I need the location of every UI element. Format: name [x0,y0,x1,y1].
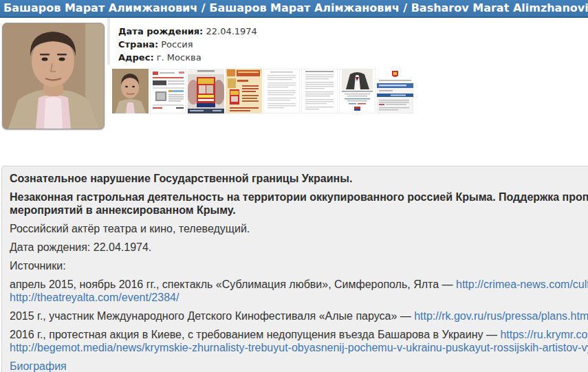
dossier-panel: Сознательное нарушение Государственной г… [1,166,588,372]
evidence-thumbnail-2[interactable] [150,69,186,113]
evidence-thumbnail-4[interactable] [226,69,262,113]
field-label: Адрес: [118,52,154,63]
biography-link[interactable]: Биография [10,360,67,372]
profile-section: Дата рождения: 22.04.1974 Страна: Россия… [0,18,588,140]
person-description: Российский актёр театра и кино, телеведу… [10,222,588,235]
source-1-link[interactable]: http://crimea-news.com/culture/2015 [456,278,588,290]
info-field-address: Адрес: г. Москва [118,51,588,64]
source-3-link-2[interactable]: http://begemot.media/news/krymskie-zhurn… [10,342,588,353]
source-2-link[interactable]: http://rk.gov.ru/rus/pressa/plans.htm/ar… [414,310,588,322]
source-entry-1-continued: http://theatreyalta.com/event/2384/ [10,291,588,304]
source-2-text: 2015 г., участник Международного Детског… [10,310,414,322]
field-label: Страна: [118,39,158,50]
source-entry-3-continued: http://begemot.media/news/krymskie-zhurn… [10,341,588,354]
person-name-header: Башаров Марат Алимжанович / Башаров Мара… [0,0,588,18]
source-3-text: 2016 г., протестная акция в Киеве, с тре… [10,329,500,340]
accusation-details-line1: Незаконная гастрольная деятельность на т… [10,190,588,204]
field-value: 22.04.1974 [206,26,257,36]
evidence-thumbnail-1[interactable] [112,69,149,113]
accusation-details-line2: мероприятий в аннексированном Крыму. [10,204,588,217]
source-entry-1: апрель 2015, ноябрь 2016 гг., спектакль … [10,278,588,291]
evidence-thumbnails [112,69,413,113]
evidence-thumbnail-7[interactable] [339,69,375,113]
birth-date-line: Дата рождения: 22.04.1974. [10,241,588,254]
evidence-thumbnail-5[interactable] [263,69,300,113]
field-value: г. Москва [157,52,202,63]
field-label: Дата рождения: [118,26,203,36]
source-entry-3: 2016 г., протестная акция в Киеве, с тре… [10,328,588,341]
source-entry-2: 2015 г., участник Международного Детског… [10,309,588,322]
source-3-link[interactable]: https://ru.krymr.com/a/news [500,329,588,340]
person-name-title: Башаров Марат Алимжанович / Башаров Мара… [3,1,588,14]
info-field-birthdate: Дата рождения: 22.04.1974 [118,25,588,38]
field-value: Россия [161,39,193,50]
sources-label: Источники: [10,259,588,272]
profile-photo[interactable] [2,23,105,129]
source-1-link-2[interactable]: http://theatreyalta.com/event/2384/ [10,292,179,303]
evidence-thumbnail-6[interactable] [301,69,338,113]
portrait-photo-image [3,23,104,129]
personal-info-block: Дата рождения: 22.04.1974 Страна: Россия… [107,18,588,65]
evidence-thumbnail-8[interactable] [377,69,413,113]
evidence-thumbnail-3[interactable] [188,69,224,113]
biography-row: Биография [10,360,588,372]
source-1-text: апрель 2015, ноябрь 2016 гг., спектакль … [10,278,456,290]
info-field-country: Страна: Россия [118,38,588,51]
accusation-heading: Сознательное нарушение Государственной г… [10,172,588,185]
